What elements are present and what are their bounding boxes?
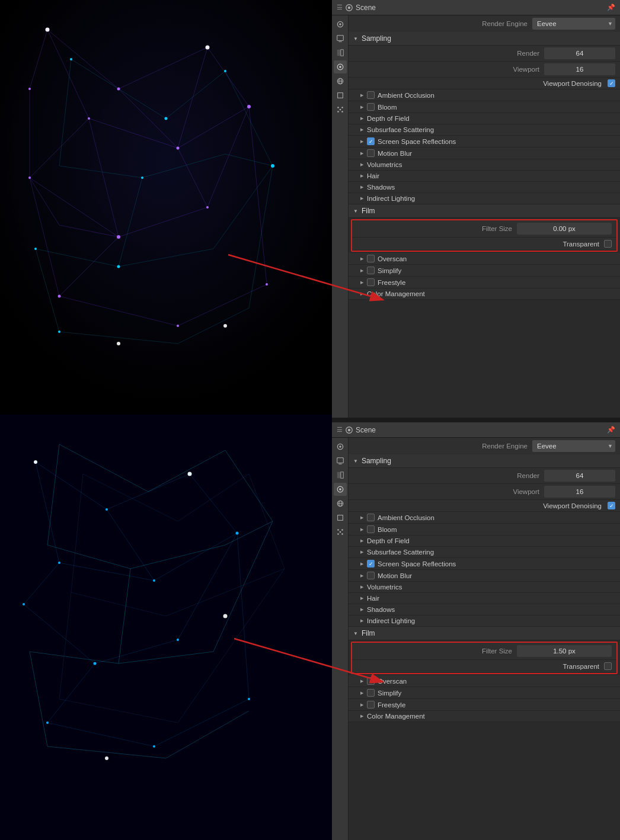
- volumetrics-top[interactable]: ▶ Volumetrics: [349, 159, 620, 171]
- sidebar-object-icon[interactable]: [334, 89, 347, 102]
- bloom-checkbox-top[interactable]: [367, 103, 375, 111]
- dof-bottom[interactable]: ▶ Depth of Field: [349, 536, 620, 547]
- ssr-top[interactable]: ▶ Screen Space Reflections: [349, 136, 620, 148]
- film-transparent-row-bottom: Transparent: [352, 660, 616, 673]
- render-engine-select-bottom[interactable]: Eevee Cycles Workbench: [532, 440, 615, 452]
- ao-checkbox-top[interactable]: [367, 91, 375, 99]
- ssr-checkbox-bottom[interactable]: [367, 560, 375, 568]
- svg-point-113: [153, 745, 155, 748]
- svg-point-61: [46, 28, 50, 32]
- ssr-checkbox-top[interactable]: [367, 137, 375, 145]
- sidebar-render-icon-b[interactable]: [334, 440, 347, 453]
- film-header-top[interactable]: ▼ Film: [349, 204, 620, 218]
- hair-bottom[interactable]: ▶ Hair: [349, 593, 620, 604]
- film-header-bottom[interactable]: ▼ Film: [349, 627, 620, 640]
- overscan-top[interactable]: ▶ Overscan: [349, 253, 620, 265]
- bloom-title-bottom: Bloom: [378, 526, 397, 533]
- svg-point-45: [28, 177, 31, 179]
- viewport-value-bottom[interactable]: [544, 486, 615, 498]
- sidebar-scene-active-icon[interactable]: [334, 60, 347, 73]
- pin-icon-bottom[interactable]: 📌: [607, 426, 615, 434]
- denoising-checkbox-top[interactable]: [608, 79, 615, 87]
- sidebar-world-icon[interactable]: [334, 75, 347, 88]
- indirect-lighting-bottom[interactable]: ▶ Indirect Lighting: [349, 615, 620, 627]
- sidebar-object-icon-b[interactable]: [334, 511, 347, 524]
- hair-top[interactable]: ▶ Hair: [349, 171, 620, 182]
- content-area-top[interactable]: Render Engine Eevee Cycles Workbench ▼ ▼…: [349, 15, 620, 418]
- bloom-bottom[interactable]: ▶ Bloom: [349, 524, 620, 536]
- transparent-checkbox-bottom[interactable]: [604, 662, 612, 670]
- shadows-bottom[interactable]: ▶ Shadows: [349, 604, 620, 615]
- shadows-top[interactable]: ▶ Shadows: [349, 182, 620, 193]
- overscan-bottom[interactable]: ▶ Overscan: [349, 675, 620, 687]
- viewport-label-top: Viewport: [513, 66, 539, 73]
- sidebar-scene-active-icon-b[interactable]: [334, 483, 347, 496]
- simplify-top[interactable]: ▶ Simplify: [349, 265, 620, 277]
- mb-checkbox-bottom[interactable]: [367, 572, 375, 579]
- sampling-header-bottom[interactable]: ▼ Sampling: [349, 454, 620, 468]
- render-engine-select-top[interactable]: Eevee Cycles Workbench: [532, 18, 615, 30]
- overscan-checkbox-top[interactable]: [367, 255, 375, 262]
- film-filter-label-top: Filter Size: [357, 225, 512, 232]
- denoising-checkbox-bottom[interactable]: [608, 502, 615, 509]
- sidebar-particles-icon[interactable]: [334, 103, 347, 116]
- pin-icon-top[interactable]: 📌: [607, 4, 615, 11]
- sidebar-render-icon[interactable]: [334, 18, 347, 31]
- sidebar-world-icon-b[interactable]: [334, 497, 347, 510]
- sidebar-output-icon-b[interactable]: [334, 454, 347, 467]
- volumetrics-bottom[interactable]: ▶ Volumetrics: [349, 582, 620, 593]
- svg-point-49: [177, 325, 179, 327]
- transparent-checkbox-top[interactable]: [604, 240, 612, 248]
- svg-point-131: [337, 107, 339, 108]
- film-title-top: Film: [362, 207, 375, 215]
- sss-top[interactable]: ▶ Subsurface Scattering: [349, 124, 620, 136]
- ao-checkbox-bottom[interactable]: [367, 514, 375, 521]
- viewport-value-top[interactable]: [544, 63, 615, 75]
- content-area-bottom[interactable]: Render Engine Eevee Cycles Workbench ▼ ▼…: [349, 438, 620, 840]
- svg-point-114: [248, 698, 250, 700]
- freestyle-bottom[interactable]: ▶ Freestyle: [349, 699, 620, 711]
- film-filter-value-top[interactable]: [517, 223, 612, 235]
- bloom-checkbox-bottom[interactable]: [367, 525, 375, 533]
- shad-title-top: Shadows: [367, 184, 395, 191]
- fs-checkbox-bottom[interactable]: [367, 701, 375, 708]
- sidebar-particles-icon-b[interactable]: [334, 525, 347, 538]
- motion-blur-bottom[interactable]: ▶ Motion Blur: [349, 570, 620, 582]
- panel-divider: [332, 418, 620, 422]
- sampling-title-bottom: Sampling: [362, 457, 391, 465]
- bloom-top[interactable]: ▶ Bloom: [349, 101, 620, 113]
- shad-triangle-bottom: ▶: [360, 607, 363, 612]
- film-triangle-bottom: ▼: [353, 631, 358, 636]
- color-mgmt-bottom[interactable]: ▶ Color Management: [349, 711, 620, 722]
- render-row-top: Render: [349, 46, 620, 62]
- vol-title-bottom: Volumetrics: [367, 583, 402, 591]
- simplify-checkbox-top[interactable]: [367, 267, 375, 274]
- sidebar-viewlayer-icon-b[interactable]: [334, 469, 347, 482]
- render-value-top[interactable]: [544, 47, 615, 59]
- ambient-occlusion-top[interactable]: ▶ Ambient Occlusion: [349, 89, 620, 101]
- film-filter-value-bottom[interactable]: [517, 645, 612, 657]
- overscan-checkbox-bottom[interactable]: [367, 677, 375, 685]
- ssr-bottom[interactable]: ▶ Screen Space Reflections: [349, 558, 620, 570]
- simplify-checkbox-bottom[interactable]: [367, 689, 375, 697]
- mb-checkbox-top[interactable]: [367, 149, 375, 157]
- color-mgmt-top[interactable]: ▶ Color Management: [349, 288, 620, 300]
- indirect-lighting-top[interactable]: ▶ Indirect Lighting: [349, 193, 620, 204]
- render-engine-select-wrapper-b[interactable]: Eevee Cycles Workbench ▼: [532, 440, 615, 452]
- render-value-bottom[interactable]: [544, 470, 615, 482]
- sidebar-viewlayer-icon[interactable]: [334, 46, 347, 59]
- svg-point-107: [58, 562, 60, 564]
- fs-checkbox-top[interactable]: [367, 278, 375, 286]
- simplify-bottom[interactable]: ▶ Simplify: [349, 687, 620, 699]
- render-engine-select-wrapper[interactable]: Eevee Cycles Workbench ▼: [532, 18, 615, 30]
- sampling-header-top[interactable]: ▼ Sampling: [349, 32, 620, 46]
- sss-bottom[interactable]: ▶ Subsurface Scattering: [349, 547, 620, 558]
- svg-point-138: [339, 445, 341, 448]
- motion-blur-top[interactable]: ▶ Motion Blur: [349, 148, 620, 159]
- freestyle-top[interactable]: ▶ Freestyle: [349, 277, 620, 288]
- svg-point-42: [247, 105, 251, 108]
- dof-top[interactable]: ▶ Depth of Field: [349, 113, 620, 124]
- il-triangle-top: ▶: [360, 196, 363, 201]
- sidebar-output-icon[interactable]: [334, 32, 347, 45]
- ambient-occlusion-bottom[interactable]: ▶ Ambient Occlusion: [349, 512, 620, 524]
